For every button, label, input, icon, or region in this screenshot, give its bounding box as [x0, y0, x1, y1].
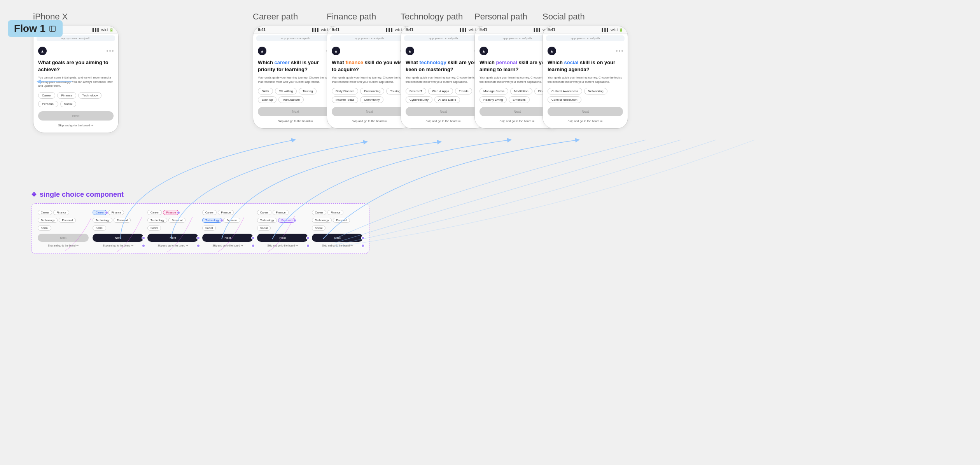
comp-tag[interactable]: Finance	[163, 210, 179, 215]
comp-tag[interactable]: Technology	[93, 218, 112, 223]
topic-tag[interactable]: Social	[60, 101, 77, 107]
highlight-word: personal	[496, 59, 517, 65]
topic-tag[interactable]: Trends	[455, 88, 472, 94]
skip-link[interactable]: Skip and go to the board ⇒	[332, 119, 407, 123]
next-button[interactable]: Next	[548, 107, 623, 116]
comp-tag[interactable]: Finance	[218, 210, 234, 215]
topic-tag[interactable]: Career	[38, 92, 55, 99]
comp-tag[interactable]: Social	[257, 226, 271, 231]
topic-tag[interactable]: Basics IT	[406, 88, 426, 94]
comp-tag[interactable]: Social	[38, 226, 51, 231]
topic-tag[interactable]: Conflict Resolution	[548, 96, 581, 103]
app-logo: ▲	[332, 47, 340, 55]
topic-tag[interactable]: Touring	[299, 88, 317, 94]
next-button[interactable]: Next	[332, 107, 407, 116]
comp-tag[interactable]: Social	[147, 226, 161, 231]
signal-icon: ▌▌▌	[534, 28, 541, 32]
skip-link[interactable]: Skip and go to the board ⇒	[38, 124, 114, 127]
topic-tag[interactable]: Meditation	[510, 88, 532, 94]
question-subtext: Your goals guide your learning journey. …	[332, 76, 407, 84]
comp-tag[interactable]: Career	[147, 210, 162, 215]
component-variant-0: CareerFinanceTechnologyPersonalSocialNex…	[38, 210, 89, 247]
app-logo: ▲	[258, 47, 266, 55]
comp-skip-link[interactable]: Skip and go to the board ⇒	[257, 244, 308, 247]
comp-skip-link[interactable]: Skip and go to the board ⇒	[147, 244, 198, 247]
question-text-finance-path: What finance skill do you wish to acquir…	[332, 59, 407, 73]
topic-tag[interactable]: AI and Dall-e	[434, 96, 460, 103]
topic-tag[interactable]: Networking	[584, 88, 607, 94]
comp-tag[interactable]: Technology	[257, 218, 277, 223]
comp-next-button[interactable]: Next	[257, 234, 308, 242]
comp-next-button[interactable]: Next	[147, 234, 198, 242]
comp-tags: CareerFinanceTechnologyPersonalSocial	[202, 210, 253, 231]
topic-tag[interactable]: Daily Finance	[332, 88, 358, 94]
component-variant-4: CareerFinanceTechnologyPersonalSocialNex…	[257, 210, 308, 247]
menu-dots[interactable]	[107, 50, 114, 52]
topic-tag[interactable]: Finance	[57, 92, 76, 99]
next-button[interactable]: Next	[406, 107, 481, 116]
comp-tag[interactable]: Finance	[108, 210, 124, 215]
comp-tag[interactable]: Social	[312, 226, 326, 231]
topic-tag[interactable]: Income Ideas	[332, 96, 358, 103]
topic-tag[interactable]: Healthy Living	[480, 96, 507, 103]
comp-tag[interactable]: Finance	[53, 210, 69, 215]
comp-tag[interactable]: Finance	[327, 210, 343, 215]
comp-next-button[interactable]: Next	[38, 234, 89, 242]
comp-skip-link[interactable]: Skip and go to the board ⇒	[202, 244, 253, 247]
next-button[interactable]: Next	[38, 111, 114, 121]
skip-link[interactable]: Skip and go to the board ⇒	[258, 119, 333, 123]
comp-tag[interactable]: Personal	[333, 218, 350, 223]
topic-tag[interactable]: Cultural Awareness	[548, 88, 582, 94]
comp-tag[interactable]: Personal	[168, 218, 186, 223]
menu-dots[interactable]	[616, 50, 623, 52]
flow-label[interactable]: Flow 1	[8, 20, 63, 37]
comp-tag[interactable]: Social	[93, 226, 106, 231]
comp-tag[interactable]: Career	[202, 210, 217, 215]
phone-frame-social-path: 9:41▌▌▌WiFi🔋app.yunuru.com/path▲Which so…	[542, 26, 628, 129]
comp-tag[interactable]: Technology	[38, 218, 58, 223]
comp-tag[interactable]: Career	[93, 210, 107, 215]
topic-tag[interactable]: Cybersecurity	[406, 96, 432, 103]
skip-link[interactable]: Skip and go to the board ⇒	[406, 119, 481, 123]
topic-tag[interactable]: Freelancing	[360, 88, 384, 94]
comp-tag[interactable]: Technology	[202, 218, 222, 223]
comp-skip-link[interactable]: Skip and go to the board ⇒	[312, 244, 363, 247]
status-time: 9:41	[480, 28, 487, 32]
flow-label-text: Flow 1	[14, 23, 46, 35]
comp-tag[interactable]: Technology	[312, 218, 332, 223]
topic-tag[interactable]: Personal	[38, 101, 58, 107]
topic-tag[interactable]: Technology	[78, 92, 102, 99]
comp-tag[interactable]: Technology	[147, 218, 167, 223]
comp-tag[interactable]: Personal	[278, 218, 295, 223]
status-time: 9:41	[332, 28, 340, 32]
question-subtext: You can set some initial goals, and we w…	[38, 76, 114, 88]
comp-skip-link[interactable]: Skip and go to the board ⇒	[93, 244, 144, 247]
comp-tags: CareerFinanceTechnologyPersonalSocial	[147, 210, 198, 231]
phone-frame-finance-path: 9:41▌▌▌WiFi🔋app.yunuru.com/path▲What fin…	[327, 26, 412, 129]
comp-tag[interactable]: Personal	[59, 218, 76, 223]
signal-icon: ▌▌▌	[93, 28, 100, 32]
comp-next-button[interactable]: Next	[312, 234, 363, 242]
comp-tag[interactable]: Social	[202, 226, 216, 231]
comp-next-button[interactable]: Next	[202, 234, 253, 242]
comp-tag[interactable]: Personal	[114, 218, 131, 223]
comp-tag[interactable]: Career	[257, 210, 271, 215]
comp-skip-link[interactable]: Skip and go to the board ⇒	[38, 244, 89, 247]
topic-tag[interactable]: Community	[360, 96, 383, 103]
comp-tag[interactable]: Career	[312, 210, 326, 215]
topic-tag[interactable]: Start-up	[258, 96, 276, 103]
topic-tag[interactable]: Web & Apps	[428, 88, 453, 94]
next-button[interactable]: Next	[258, 107, 333, 116]
phone-section-social-path: Social path9:41▌▌▌WiFi🔋app.yunuru.com/pa…	[542, 12, 628, 129]
comp-next-button[interactable]: Next	[93, 234, 144, 242]
topic-tag[interactable]: Skills	[258, 88, 273, 94]
topic-tag[interactable]: Emotions	[509, 96, 529, 103]
topic-tag[interactable]: CV writing	[275, 88, 297, 94]
comp-tag[interactable]: Personal	[223, 218, 240, 223]
comp-tag[interactable]: Career	[38, 210, 52, 215]
component-section: ❖ single choice component CareerFinanceT…	[31, 191, 369, 254]
topic-tag[interactable]: Manage Stress	[480, 88, 508, 94]
comp-tag[interactable]: Finance	[273, 210, 289, 215]
topic-tag[interactable]: Manufacture	[278, 96, 303, 103]
skip-link[interactable]: Skip and go to the board ⇒	[548, 119, 623, 123]
